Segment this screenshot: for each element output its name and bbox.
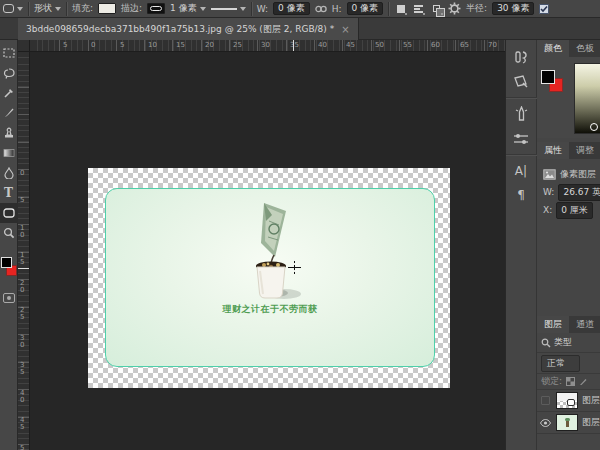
paragraph-panel-icon[interactable]: ¶	[509, 183, 533, 207]
cursor-position-marker	[18, 268, 30, 269]
ruler-label: 50	[375, 41, 384, 49]
quick-mask-button[interactable]	[3, 293, 15, 303]
lock-label: 锁定:	[541, 375, 562, 388]
gradient-tool[interactable]	[0, 143, 18, 163]
clone-source-panel-icon[interactable]	[509, 126, 533, 150]
tab-properties[interactable]: 属性	[537, 142, 569, 159]
path-alignment-button[interactable]	[412, 2, 425, 15]
radius-label: 半径:	[466, 2, 487, 15]
ruler-label: 15	[20, 252, 28, 266]
align-edges-checkbox[interactable]	[539, 4, 549, 14]
path-operations-button[interactable]	[394, 2, 407, 15]
tab-swatches[interactable]: 色板	[569, 40, 600, 57]
color-swatch-pair[interactable]	[0, 257, 17, 281]
rounded-rectangle-shape[interactable]: 理财之计在于不劳而获	[105, 188, 435, 367]
tab-layers[interactable]: 图层	[537, 316, 569, 333]
ruler-label: 40	[318, 41, 327, 49]
foreground-color-swatch[interactable]	[541, 70, 555, 84]
rounded-rectangle-icon	[3, 208, 15, 218]
type-icon: T	[4, 186, 13, 200]
ruler-label: 20	[205, 41, 214, 49]
canvas-area[interactable]: 5 0 5 10 15 20 25 30 35 40 45 50 55 60 6…	[18, 40, 505, 450]
radius-input[interactable]: 30 像素	[492, 2, 534, 15]
right-dock: A| ¶ 颜色 色板	[505, 40, 600, 450]
fill-swatch[interactable]	[98, 3, 116, 14]
combine-shapes-icon	[397, 5, 405, 13]
prop-w-input[interactable]: 26.67 英寸	[558, 184, 600, 201]
poster-slogan: 理财之计在于不劳而获	[106, 303, 434, 316]
ruler-label: 40	[20, 390, 28, 404]
layer-thumbnail[interactable]	[556, 392, 578, 409]
blend-mode-select[interactable]: 正常	[541, 355, 580, 372]
search-icon	[541, 338, 551, 348]
divider	[388, 2, 389, 16]
ruler-label: 15	[176, 41, 185, 49]
type-tool[interactable]: T	[0, 183, 18, 203]
ruler-label: 60	[431, 41, 440, 49]
layer-row[interactable]: 图层 1	[537, 412, 600, 434]
brush-presets-panel-icon[interactable]	[509, 45, 533, 69]
link-dimensions-icon[interactable]	[315, 5, 327, 13]
shape-height-input[interactable]: 0 像素	[347, 2, 384, 15]
tool-options-bar: 形状 填充: 描边: 1 像素 W: 0 像素 H: 0 像素	[0, 0, 600, 18]
close-icon[interactable]: ×	[341, 24, 349, 35]
ruler-origin-corner[interactable]	[18, 40, 30, 52]
shape-width-input[interactable]: 0 像素	[273, 2, 310, 15]
brush-tool[interactable]	[0, 103, 18, 123]
stroke-swatch[interactable]	[147, 3, 165, 14]
vertical-ruler[interactable]: 0 5 10 15 20 25 30 35 40 45 50	[18, 52, 30, 450]
marquee-tool[interactable]	[0, 43, 18, 63]
layer-filter-value: 类型	[554, 336, 572, 349]
fill-label: 填充:	[72, 2, 93, 15]
document-canvas[interactable]: 理财之计在于不劳而获	[88, 168, 450, 388]
clone-stamp-tool[interactable]	[0, 123, 18, 143]
layers-panel-content: 类型 正常 锁定:	[537, 333, 600, 450]
blur-tool[interactable]	[0, 163, 18, 183]
layer-row[interactable]: 图层 2	[537, 390, 600, 412]
layer-filter-select[interactable]: 类型	[537, 333, 600, 353]
stroke-width-select[interactable]: 1 像素	[170, 2, 206, 15]
tab-channels[interactable]: 通道	[569, 316, 600, 333]
tool-preset-picker[interactable]	[3, 4, 23, 13]
ruler-label: 0	[91, 41, 95, 49]
path-arrangement-button[interactable]	[430, 2, 443, 15]
tool-presets-panel-icon[interactable]	[509, 69, 533, 93]
ruler-label: 5	[20, 197, 28, 204]
tab-color[interactable]: 颜色	[537, 40, 569, 57]
gear-icon[interactable]	[448, 2, 461, 15]
brush-panel-icon[interactable]	[509, 102, 533, 126]
cursor-position-marker	[293, 40, 294, 52]
ruler-label: 5	[63, 41, 67, 49]
ruler-label: 30	[261, 41, 270, 49]
layer-name[interactable]: 图层 2	[582, 394, 600, 407]
properties-panel-content: 像素图层 W: 26.67 英寸 X: 0 厘米	[537, 159, 600, 219]
color-ramp-marker[interactable]	[590, 123, 598, 131]
prop-x-input[interactable]: 0 厘米	[556, 202, 593, 219]
eyedropper-tool[interactable]	[0, 83, 18, 103]
tab-adjustments[interactable]: 调整	[569, 142, 600, 159]
color-panel: 颜色 色板	[537, 40, 600, 138]
horizontal-ruler[interactable]: 5 0 5 10 15 20 25 30 35 40 45 50 55 60 6…	[30, 40, 505, 52]
lasso-tool[interactable]	[0, 63, 18, 83]
layer-thumbnail[interactable]	[556, 414, 578, 431]
gradient-icon	[3, 148, 15, 158]
lock-pixels-icon[interactable]	[579, 377, 588, 386]
layer-name[interactable]: 图层 1	[582, 416, 600, 429]
stroke-style-select[interactable]	[211, 6, 246, 11]
ruler-label: 10	[20, 225, 28, 239]
stroke-label: 描边:	[121, 2, 142, 15]
rounded-rectangle-tool[interactable]	[0, 203, 18, 223]
water-drop-icon	[4, 167, 14, 179]
check-icon	[540, 5, 548, 13]
zoom-tool[interactable]	[0, 223, 18, 243]
foreground-color-swatch[interactable]	[1, 257, 12, 268]
visibility-toggle[interactable]	[539, 419, 552, 427]
lock-transparency-icon[interactable]	[566, 377, 575, 386]
document-tab[interactable]: 3bdde098659decba371bb490f1a75b13.jpg @ 2…	[18, 18, 359, 40]
character-panel-icon[interactable]: A|	[509, 159, 533, 183]
tool-mode-select[interactable]: 形状	[34, 2, 61, 15]
eye-icon	[540, 419, 551, 427]
color-ramp[interactable]	[574, 63, 600, 134]
visibility-toggle[interactable]	[539, 396, 552, 405]
line-style-icon	[211, 8, 237, 11]
